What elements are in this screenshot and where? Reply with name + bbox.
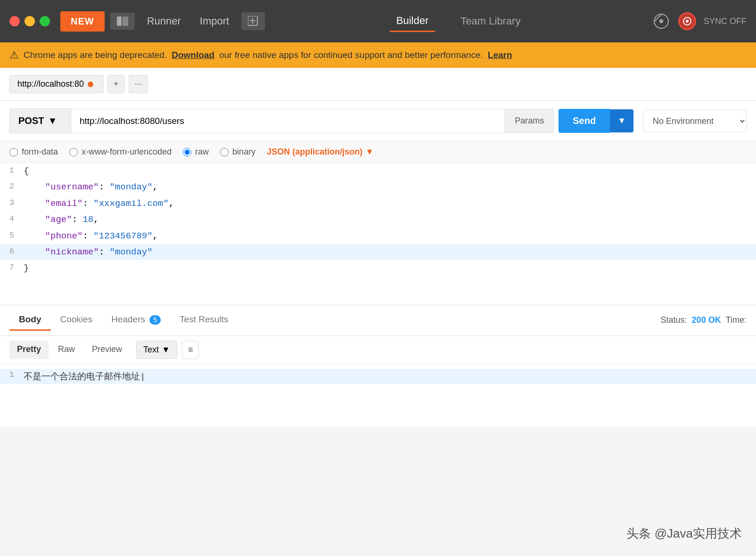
raw-label: raw <box>195 147 209 157</box>
format-bar: Pretty Raw Preview Text ▼ ≡ <box>0 336 756 364</box>
urlencoded-option[interactable]: x-www-form-urlencoded <box>69 147 172 157</box>
test-results-tab[interactable]: Test Results <box>170 310 238 331</box>
line-number-4: 4 <box>0 213 24 227</box>
wrap-lines-icon: ≡ <box>188 345 193 354</box>
close-button[interactable] <box>9 16 20 26</box>
line-content-1: { <box>24 164 756 178</box>
text-type-selector[interactable]: Text ▼ <box>136 341 177 359</box>
raw-format-button[interactable]: Raw <box>50 341 82 359</box>
headers-tab[interactable]: Headers 5 <box>102 310 170 331</box>
response-tabs: Body Cookies Headers 5 Test Results Stat… <box>0 305 756 336</box>
sync-label: SYNC OFF <box>704 16 747 26</box>
method-chevron-icon: ▼ <box>48 115 57 126</box>
line-number-1: 1 <box>0 164 24 178</box>
svg-rect-0 <box>117 16 122 26</box>
line-content-3: "email": "xxxgamil.com", <box>24 196 756 211</box>
environment-select[interactable]: No Environment <box>643 110 747 132</box>
form-data-option[interactable]: form-data <box>9 147 58 157</box>
text-type-chevron-icon: ▼ <box>162 345 170 355</box>
time-label: Time: <box>726 315 747 325</box>
line-number-5: 5 <box>0 229 24 243</box>
team-library-tab[interactable]: Team Library <box>454 11 527 32</box>
send-chevron-icon: ▼ <box>617 116 626 125</box>
code-line-4: 4 "age": 18, <box>0 212 756 228</box>
new-tab-icon <box>248 16 258 26</box>
status-info: Status: 200 OK Time: <box>661 315 747 325</box>
new-tab-button[interactable] <box>241 12 265 30</box>
binary-radio[interactable] <box>220 148 229 156</box>
json-type-label: JSON (application/json) <box>267 147 362 157</box>
json-type-selector[interactable]: JSON (application/json) ▼ <box>267 147 374 157</box>
body-tab[interactable]: Body <box>9 310 51 331</box>
raw-radio[interactable] <box>183 148 191 156</box>
headers-tab-label: Headers <box>111 314 145 324</box>
builder-tab[interactable]: Builder <box>390 11 435 32</box>
preview-button[interactable]: Preview <box>84 341 130 359</box>
params-button[interactable]: Params <box>505 109 554 133</box>
line-content-2: "username": "monday", <box>24 180 756 194</box>
new-button[interactable]: NEW <box>60 11 105 32</box>
warning-text: Chrome apps are being deprecated. <box>24 50 167 60</box>
urlencoded-radio[interactable] <box>69 148 78 156</box>
code-editor[interactable]: 1 { 2 "username": "monday", 3 "email": "… <box>0 163 756 305</box>
sync-status-icon <box>678 12 696 30</box>
line-number-2: 2 <box>0 180 24 194</box>
code-line-2: 2 "username": "monday", <box>0 179 756 195</box>
code-line-7: 7 } <box>0 260 756 276</box>
line-content-6: "nickname": "monday" <box>24 245 756 259</box>
line-number-3: 3 <box>0 196 24 211</box>
add-tab-button[interactable]: + <box>107 75 125 93</box>
response-body: 1 不是一个合法的电子邮件地址| <box>0 364 756 426</box>
line-number-6: 6 <box>0 245 24 259</box>
sidebar-icon <box>117 16 128 26</box>
runner-button[interactable]: Runner <box>140 11 188 31</box>
code-line-6: 6 "nickname": "monday" <box>0 244 756 260</box>
warning-rest: our free native apps for continued suppo… <box>219 50 483 60</box>
status-value: 200 OK <box>692 315 721 325</box>
method-select[interactable]: POST ▼ <box>9 108 71 133</box>
url-input[interactable] <box>71 109 505 133</box>
watermark: 头条 @Java实用技术 <box>626 525 742 542</box>
pretty-button[interactable]: Pretty <box>9 341 49 359</box>
send-dropdown-button[interactable]: ▼ <box>610 109 633 132</box>
tab-bar: http://localhost:80 + ··· <box>0 68 756 101</box>
form-data-label: form-data <box>22 147 58 157</box>
titlebar: NEW Runner Import Builder Team Library <box>0 0 756 42</box>
text-type-label: Text <box>143 345 159 355</box>
warning-banner: ⚠ Chrome apps are being deprecated. Down… <box>0 42 756 68</box>
code-line-1: 1 { <box>0 163 756 179</box>
line-number-7: 7 <box>0 261 24 275</box>
binary-option[interactable]: binary <box>220 147 255 157</box>
sync-button[interactable]: SYNC OFF <box>704 16 747 26</box>
traffic-lights <box>9 16 50 26</box>
send-button[interactable]: Send <box>559 109 610 133</box>
url-tab[interactable]: http://localhost:80 <box>9 75 104 93</box>
svg-rect-1 <box>123 16 128 26</box>
response-line-1: 1 不是一个合法的电子邮件地址| <box>0 369 756 384</box>
satellite-icon <box>652 12 671 31</box>
warning-icon: ⚠ <box>9 49 19 61</box>
minimize-button[interactable] <box>25 16 35 26</box>
line-content-4: "age": 18, <box>24 213 756 227</box>
response-content-1: 不是一个合法的电子邮件地址| <box>24 370 756 383</box>
sidebar-toggle-button[interactable] <box>110 13 135 30</box>
line-content-5: "phone": "123456789", <box>24 229 756 243</box>
wrap-lines-button[interactable]: ≡ <box>182 341 199 359</box>
raw-option[interactable]: raw <box>183 147 209 157</box>
method-label: POST <box>18 115 44 126</box>
request-bar: POST ▼ Params Send ▼ No Environment <box>0 101 756 141</box>
response-line-num-1: 1 <box>0 370 24 383</box>
download-link[interactable]: Download <box>172 50 214 60</box>
import-button[interactable]: Import <box>193 11 236 31</box>
json-type-chevron-icon: ▼ <box>365 147 374 157</box>
form-data-radio[interactable] <box>9 148 18 156</box>
learn-link[interactable]: Learn <box>488 50 512 60</box>
svg-point-10 <box>686 20 689 23</box>
body-type-bar: form-data x-www-form-urlencoded raw bina… <box>0 141 756 163</box>
code-line-5: 5 "phone": "123456789", <box>0 228 756 244</box>
more-tabs-button[interactable]: ··· <box>129 75 148 93</box>
titlebar-right: SYNC OFF <box>652 12 747 31</box>
headers-count-badge: 5 <box>149 315 161 325</box>
cookies-tab[interactable]: Cookies <box>51 310 102 331</box>
maximize-button[interactable] <box>40 16 50 26</box>
